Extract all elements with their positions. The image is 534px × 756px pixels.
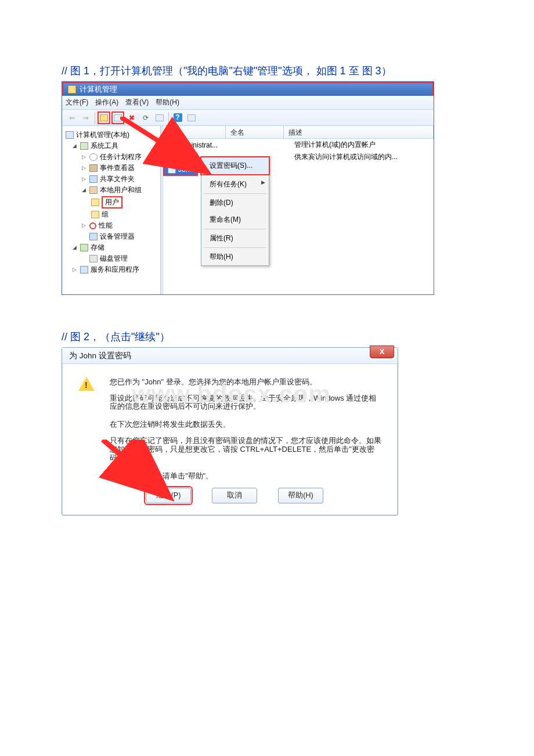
caption-fig1: // 图 1，打开计算机管理（"我的电脑"右键"管理"选项， 如图 1 至 图 … — [62, 64, 472, 78]
list-row[interactable]: Administrat... 管理计算机(域)的内置帐户 — [163, 139, 434, 151]
window-title: 计算机管理 — [80, 84, 117, 95]
ctx-delete[interactable]: 删除(D) — [201, 195, 269, 211]
performance-icon — [89, 222, 96, 229]
dialog-paragraph: 有关更多信息，请单击"帮助"。 — [110, 471, 383, 481]
ctx-help[interactable]: 帮助(H) — [201, 249, 269, 265]
menu-file[interactable]: 文件(F) — [66, 98, 88, 107]
refresh-button[interactable]: ⟳ — [139, 111, 152, 124]
tree-performance[interactable]: ▷性能 — [64, 220, 158, 231]
tree-services-apps[interactable]: ▷服务和应用程序 — [64, 264, 158, 275]
export-button[interactable] — [153, 111, 166, 124]
watermark-text: www.bdocx.com — [132, 380, 331, 408]
tree-event-viewer[interactable]: ▷事件查看器 — [64, 163, 158, 174]
computer-icon — [68, 85, 76, 93]
export-icon — [156, 114, 164, 121]
tree-storage[interactable]: ◢存储 — [64, 242, 158, 253]
tree-device-manager[interactable]: 设备管理器 — [64, 231, 158, 242]
red-x-icon: ✖ — [129, 114, 135, 122]
user-icon — [167, 141, 175, 149]
tree-label: 磁盘管理 — [100, 254, 128, 264]
header-description[interactable]: 描述 — [284, 126, 434, 138]
services-icon — [80, 266, 88, 273]
expander-icon: ▷ — [73, 267, 78, 272]
back-button[interactable] — [66, 111, 78, 124]
properties-button[interactable] — [111, 111, 124, 124]
ctx-set-password[interactable]: 设置密码(S)... — [200, 156, 270, 175]
menu-view[interactable]: 查看(V) — [125, 98, 149, 107]
cell-name: Administrat... — [177, 141, 235, 149]
disk-icon — [89, 255, 98, 262]
share-icon — [89, 175, 98, 183]
toolbar-separator — [168, 112, 169, 124]
toolbar-separator — [95, 112, 95, 124]
window-body: 计算机管理(本地) ◢系统工具 ▷任务计划程序 ▷事件查看器 ▷共享文件夹 ◢本… — [62, 126, 434, 294]
tree-users[interactable]: 用户 — [64, 196, 158, 209]
tree-shared-folders[interactable]: ▷共享文件夹 — [64, 174, 158, 185]
expander-icon: ◢ — [73, 143, 78, 149]
tree-label: 系统工具 — [91, 141, 118, 151]
tree-label: 存储 — [91, 243, 104, 253]
tree-root[interactable]: 计算机管理(本地) — [64, 129, 158, 141]
toolbar-extra-button[interactable] — [185, 111, 198, 124]
event-icon — [89, 164, 98, 172]
tree-label: 设备管理器 — [100, 232, 135, 242]
tree-disk-mgmt[interactable]: 磁盘管理 — [64, 253, 158, 264]
ctx-properties[interactable]: 属性(R) — [201, 230, 269, 247]
dialog-button-row: 继续(P) 取消 帮助(H) — [146, 488, 383, 503]
folder-up-icon — [100, 114, 108, 121]
tree-label: 服务和应用程序 — [91, 265, 139, 275]
storage-icon — [80, 244, 88, 251]
folder-icon — [91, 211, 99, 218]
window-title-bar: 计算机管理 — [62, 82, 434, 96]
continue-button[interactable]: 继续(P) — [146, 488, 191, 503]
expander-icon: ▷ — [82, 154, 87, 160]
expander-icon: ▷ — [82, 165, 87, 171]
close-button[interactable]: X — [370, 345, 394, 358]
dialog-paragraph: 只有在您忘记了密码，并且没有密码重设盘的情况下，您才应该使用此命令。如果您知道当… — [110, 437, 383, 463]
user-list: 名称 全名 描述 Administrat... 管理计算机(域)的内置帐户 Gu… — [163, 126, 434, 294]
menu-separator — [204, 229, 266, 229]
up-folder-button[interactable] — [98, 111, 110, 124]
menu-separator — [204, 193, 266, 194]
tool-bar: ✖ ⟳ ? — [62, 110, 434, 126]
refresh-icon: ⟳ — [143, 114, 149, 122]
users-icon — [89, 186, 98, 194]
tree-label: 计算机管理(本地) — [76, 130, 129, 140]
menu-action[interactable]: 操作(A) — [95, 98, 118, 107]
tree-local-users-groups[interactable]: ◢本地用户和组 — [64, 185, 158, 196]
help-button[interactable]: 帮助(H) — [278, 488, 323, 503]
tree-label: 本地用户和组 — [100, 185, 142, 195]
context-menu: 设置密码(S)... 所有任务(K) 删除(D) 重命名(M) 属性(R) 帮助… — [201, 157, 269, 266]
tree-label: 共享文件夹 — [100, 174, 135, 184]
list-row-selected[interactable]: John — [163, 163, 198, 176]
header-fullname[interactable]: 全名 — [226, 126, 284, 138]
header-name[interactable]: 名称 — [163, 126, 226, 138]
device-mgr-icon — [89, 233, 98, 240]
forward-button[interactable] — [80, 111, 92, 124]
delete-button[interactable]: ✖ — [125, 111, 138, 124]
expander-icon: ▷ — [82, 177, 87, 182]
user-icon — [168, 165, 176, 174]
tools-icon — [80, 142, 88, 150]
ctx-rename[interactable]: 重命名(M) — [201, 211, 269, 228]
help-button[interactable]: ? — [171, 111, 184, 124]
nav-tree: 计算机管理(本地) ◢系统工具 ▷任务计划程序 ▷事件查看器 ▷共享文件夹 ◢本… — [62, 126, 161, 294]
list-headers: 名称 全名 描述 — [163, 126, 434, 139]
tree-groups[interactable]: 组 — [64, 209, 158, 220]
caption-fig2: // 图 2，（点击"继续"） — [62, 330, 472, 344]
tree-label-selected: 用户 — [102, 196, 122, 208]
menu-help[interactable]: 帮助(H) — [156, 98, 179, 107]
ctx-all-tasks[interactable]: 所有任务(K) — [201, 176, 269, 193]
cancel-button[interactable]: 取消 — [212, 488, 257, 503]
tree-task-scheduler[interactable]: ▷任务计划程序 — [64, 152, 158, 163]
clock-icon — [89, 153, 98, 161]
set-password-dialog: 为 John 设置密码 X www.bdocx.com 您已作为 "John" … — [62, 347, 398, 516]
tree-label: 组 — [102, 210, 109, 219]
folder-icon — [91, 199, 99, 206]
expander-icon: ◢ — [82, 188, 87, 193]
tree-label: 事件查看器 — [100, 163, 135, 173]
tree-system-tools[interactable]: ◢系统工具 — [64, 141, 158, 152]
warning-icon — [78, 377, 95, 391]
menu-bar: 文件(F) 操作(A) 查看(V) 帮助(H) — [62, 96, 434, 110]
tree-label: 任务计划程序 — [100, 152, 142, 162]
